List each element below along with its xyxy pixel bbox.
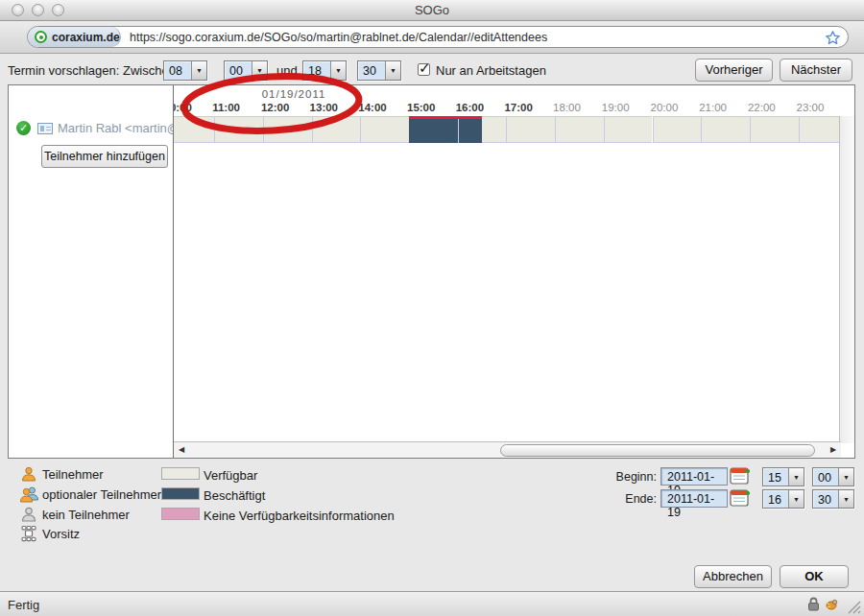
begin-hour-value: 15 xyxy=(763,468,788,486)
suggest-toolbar: Termin vorschlagen: Zwischen 08 ▼ 00 ▼ u… xyxy=(0,54,864,85)
attendee-accepted-icon: ✓ xyxy=(16,121,31,135)
hour-label: 20:00 xyxy=(651,102,679,113)
legend-role-label: Teilnehmer xyxy=(42,467,104,482)
from-hour-value: 08 xyxy=(164,61,191,80)
begin-date-field[interactable]: 2011-01-19 xyxy=(660,467,728,486)
hour-label: 13:00 xyxy=(310,102,338,113)
person-none-icon xyxy=(19,505,38,524)
url-bar[interactable]: coraxium.de https://sogo.coraxium.de/SOG… xyxy=(27,26,849,48)
dropdown-arrow-icon[interactable]: ▼ xyxy=(788,468,804,486)
site-identity-icon xyxy=(35,31,47,43)
hour-label: 14:00 xyxy=(358,102,386,113)
workdays-checkbox[interactable]: ✓ xyxy=(418,63,430,76)
from-hour-select[interactable]: 08 ▼ xyxy=(163,60,207,81)
legend-swatch-available xyxy=(161,467,200,480)
lock-icon xyxy=(807,597,820,611)
free-slot-cell[interactable] xyxy=(360,116,409,143)
dropdown-arrow-icon[interactable]: ▼ xyxy=(252,61,267,80)
freebusy-main-area: ✓ Martin Rabl <martin@r Teilnehmer hinzu… xyxy=(8,84,855,459)
end-hour-select[interactable]: 16 ▼ xyxy=(762,489,804,509)
free-slot-cell[interactable] xyxy=(174,116,214,143)
ok-button[interactable]: OK xyxy=(780,565,849,588)
free-slot-cell[interactable] xyxy=(750,116,799,143)
legend-role-label: optionaler Teilnehmer xyxy=(42,487,161,502)
person-attendee-icon xyxy=(19,464,38,484)
bookmark-star-icon[interactable] xyxy=(825,30,841,46)
attendee-panel: ✓ Martin Rabl <martin@r Teilnehmer hinzu… xyxy=(9,85,174,458)
end-hour-value: 16 xyxy=(763,490,788,508)
contact-card-icon xyxy=(37,123,53,134)
free-slot-cell[interactable] xyxy=(214,116,263,143)
window-title: SOGo xyxy=(0,3,864,17)
suggest-label: Termin vorschlagen: Zwischen xyxy=(8,63,176,78)
freebusy-timeline[interactable]: 01/19/2011 10:0011:0012:0013:0014:0015:0… xyxy=(174,85,841,443)
hour-label: 10:00 xyxy=(174,102,192,113)
end-date-field[interactable]: 2011-01-19 xyxy=(660,489,728,508)
person-optional-icon xyxy=(19,485,40,504)
hour-label: 21:00 xyxy=(699,102,727,113)
free-slot-cell[interactable] xyxy=(506,116,555,143)
scroll-right-arrow-icon[interactable]: ▶ xyxy=(828,444,839,456)
dropdown-arrow-icon[interactable]: ▼ xyxy=(838,490,853,508)
dropdown-arrow-icon[interactable]: ▼ xyxy=(330,61,346,80)
hour-label: 18:00 xyxy=(553,102,581,113)
legend-swatch-noinfo xyxy=(161,508,200,520)
free-slot-cell[interactable] xyxy=(799,116,841,143)
free-slot-cell[interactable] xyxy=(604,116,653,143)
begin-label: Beginn: xyxy=(599,470,657,484)
legend-busy-label: Beschäftigt xyxy=(204,488,265,503)
legend-available-label: Verfügbar xyxy=(204,468,257,483)
checkmark-icon: ✓ xyxy=(419,59,431,77)
free-slot-cell[interactable] xyxy=(653,116,702,143)
begin-minute-select[interactable]: 00 ▼ xyxy=(812,467,854,486)
free-slot-cell[interactable] xyxy=(312,116,361,143)
to-hour-select[interactable]: 18 ▼ xyxy=(302,60,347,81)
end-minute-value: 30 xyxy=(813,490,838,508)
to-hour-value: 18 xyxy=(303,61,330,80)
add-attendee-button[interactable]: Teilnehmer hinzufügen xyxy=(41,145,168,168)
hour-label: 23:00 xyxy=(797,102,825,113)
free-slot-cell[interactable] xyxy=(555,116,604,143)
url-input[interactable]: https://sogo.coraxium.de/SOGo/so/martin@… xyxy=(130,31,547,44)
site-identity-chip[interactable]: coraxium.de xyxy=(28,27,121,47)
workdays-label: Nur an Arbeitstagen xyxy=(436,63,546,78)
status-text: Fertig xyxy=(8,598,39,612)
window-titlebar: SOGo xyxy=(0,0,864,21)
conjunction-label: und xyxy=(276,63,298,78)
scroll-left-arrow-icon[interactable]: ◀ xyxy=(176,444,187,456)
resize-grip[interactable] xyxy=(847,600,861,614)
dropdown-arrow-icon[interactable]: ▼ xyxy=(191,61,206,80)
dropdown-arrow-icon[interactable]: ▼ xyxy=(838,468,853,486)
hour-label: 22:00 xyxy=(748,102,776,113)
attendee-row[interactable]: ✓ Martin Rabl <martin@r xyxy=(9,117,173,142)
begin-datepicker-icon[interactable] xyxy=(730,465,753,486)
free-slot-cell[interactable] xyxy=(701,116,750,143)
legend-role-label: Vorsitz xyxy=(42,527,80,541)
dropdown-arrow-icon[interactable]: ▼ xyxy=(788,490,804,508)
begin-hour-select[interactable]: 15 ▼ xyxy=(762,467,804,486)
to-minute-select[interactable]: 30 ▼ xyxy=(357,60,401,81)
horizontal-scrollbar[interactable]: ◀ ▶ xyxy=(174,441,841,458)
legend-role-label: kein Teilnehmer xyxy=(42,508,130,522)
vertical-scrollbar[interactable] xyxy=(839,116,854,443)
previous-button[interactable]: Vorheriger xyxy=(695,59,773,82)
hour-label: 15:00 xyxy=(407,102,435,113)
firebug-icon[interactable] xyxy=(824,597,839,612)
end-minute-select[interactable]: 30 ▼ xyxy=(812,489,854,509)
next-button[interactable]: Nächster xyxy=(780,59,852,82)
cancel-button[interactable]: Abbrechen xyxy=(694,565,772,588)
legend-noinfo-label: Keine Verfügbarkeitsinformationen xyxy=(204,509,395,523)
horizontal-scrollbar-thumb[interactable] xyxy=(500,444,815,457)
chair-icon xyxy=(19,524,38,543)
attendee-name: Martin Rabl <martin@r xyxy=(58,121,174,135)
end-datepicker-icon[interactable] xyxy=(730,487,753,509)
timeline-cells xyxy=(174,116,841,143)
hour-label: 11:00 xyxy=(212,102,240,113)
grid-line xyxy=(458,119,459,143)
dropdown-arrow-icon[interactable]: ▼ xyxy=(385,61,400,80)
from-minute-select[interactable]: 00 ▼ xyxy=(224,60,268,81)
free-slot-cell[interactable] xyxy=(263,116,312,143)
busy-block[interactable] xyxy=(409,116,482,143)
from-minute-value: 00 xyxy=(225,61,252,80)
hour-label: 19:00 xyxy=(602,102,630,113)
